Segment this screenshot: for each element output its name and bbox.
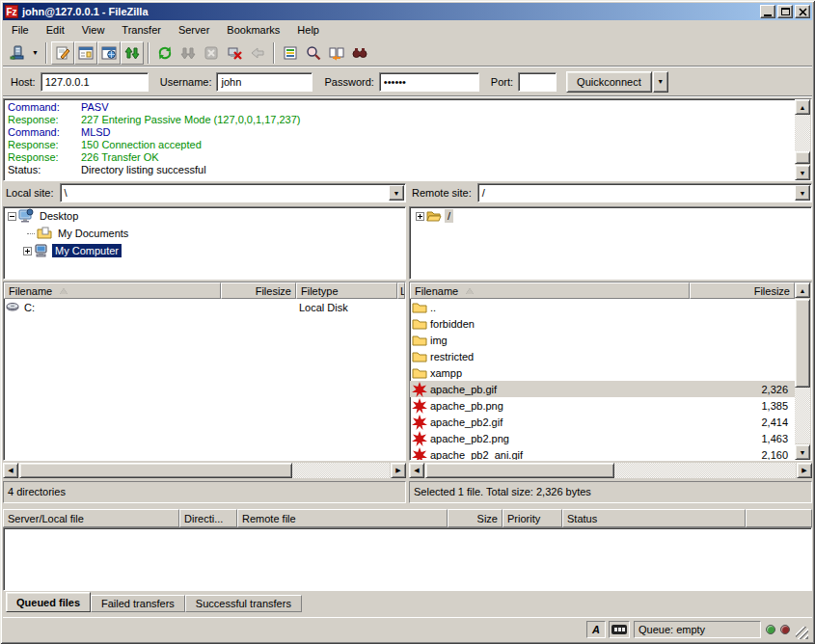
cancel-operation-button[interactable] (200, 41, 223, 65)
speed-limit-indicator-icon[interactable] (609, 621, 630, 638)
local-file-row[interactable]: C: Local Disk (4, 299, 405, 315)
column-header-last-modified[interactable]: L (397, 282, 405, 299)
column-header-filename[interactable]: Filename (4, 282, 221, 299)
remote-file-row[interactable]: apache_pb2.gif 2,414 (410, 414, 795, 430)
remote-file-row[interactable]: apache_pb2_ani.gif 2,160 (410, 446, 795, 460)
menu-transfer[interactable]: Transfer (113, 21, 170, 39)
tree-item-desktop[interactable]: Desktop (4, 207, 405, 225)
column-header-priority[interactable]: Priority (503, 509, 562, 527)
synchronized-browsing-button[interactable] (325, 41, 348, 65)
site-manager-button[interactable] (6, 41, 29, 65)
image-file-icon (412, 447, 427, 461)
scrollbar-track[interactable] (614, 463, 796, 478)
directory-comparison-button[interactable] (302, 41, 325, 65)
password-input[interactable] (379, 72, 479, 92)
column-header-filename[interactable]: Filename (410, 282, 690, 299)
scrollbar-track[interactable] (795, 388, 810, 443)
column-header-filesize[interactable]: Filesize (690, 282, 795, 299)
scroll-down-icon[interactable]: ▼ (795, 165, 810, 180)
remote-vertical-scrollbar[interactable]: ▲ ▼ (795, 282, 811, 460)
local-list-body[interactable]: C: Local Disk (4, 299, 405, 460)
remote-file-row[interactable]: .. (410, 299, 795, 315)
titlebar[interactable]: Fz john@127.0.0.1 - FileZilla (3, 3, 812, 20)
quickconnect-button[interactable]: Quickconnect (566, 71, 652, 93)
remote-file-row[interactable]: xampp (410, 364, 795, 381)
message-log[interactable]: Command:PASV Response:227 Entering Passi… (3, 98, 812, 181)
quickconnect-dropdown-button[interactable]: ▼ (653, 71, 668, 93)
local-directory-tree[interactable]: Desktop My Documents (3, 206, 406, 280)
scroll-left-icon[interactable]: ◀ (3, 463, 18, 478)
remote-file-row-selected[interactable]: apache_pb.gif 2,326 (410, 381, 795, 397)
tree-item-my-documents[interactable]: My Documents (4, 225, 405, 242)
tree-item-root[interactable]: / (410, 207, 811, 225)
scrollbar-thumb[interactable] (425, 463, 614, 478)
site-manager-dropdown-button[interactable]: ▼ (29, 42, 41, 64)
expand-icon[interactable] (416, 212, 424, 221)
resize-grip[interactable] (796, 627, 808, 639)
remote-file-row[interactable]: apache_pb.png 1,385 (410, 397, 795, 414)
minimize-button[interactable] (760, 5, 775, 18)
menu-edit[interactable]: Edit (38, 21, 73, 39)
find-files-button[interactable] (348, 41, 371, 65)
collapse-icon[interactable] (8, 212, 16, 221)
menu-view[interactable]: View (73, 21, 114, 39)
log-vertical-scrollbar[interactable]: ▲ ▼ (795, 99, 811, 180)
username-input[interactable] (216, 72, 312, 92)
scroll-left-icon[interactable]: ◀ (409, 463, 424, 478)
scrollbar-track[interactable] (292, 463, 390, 478)
queue-body[interactable] (3, 527, 812, 591)
port-input[interactable] (518, 72, 557, 92)
toggle-local-treeview-button[interactable] (74, 41, 97, 65)
scrollbar-thumb[interactable] (795, 299, 810, 388)
column-header-size[interactable]: Size (448, 509, 503, 527)
process-queue-button[interactable] (177, 41, 200, 65)
data-type-indicator-icon[interactable]: A (586, 621, 606, 638)
menu-help[interactable]: Help (288, 21, 328, 39)
menu-server[interactable]: Server (170, 21, 218, 39)
column-header-filetype[interactable]: Filetype (296, 282, 397, 299)
scrollbar-track[interactable] (795, 115, 810, 151)
tab-failed-transfers[interactable]: Failed transfers (91, 595, 185, 612)
scroll-down-icon[interactable]: ▼ (795, 444, 810, 460)
host-input[interactable] (41, 72, 149, 92)
toggle-transfer-queue-button[interactable] (121, 41, 144, 65)
toggle-message-log-button[interactable] (51, 41, 74, 65)
filter-button[interactable] (279, 41, 302, 65)
scrollbar-thumb[interactable] (795, 151, 810, 164)
column-header-filesize[interactable]: Filesize (221, 282, 296, 299)
column-header-remote-file[interactable]: Remote file (237, 509, 448, 527)
column-header-direction[interactable]: Directi... (179, 509, 237, 527)
scrollbar-thumb[interactable] (19, 463, 292, 478)
refresh-button[interactable] (153, 41, 177, 65)
tree-item-my-computer[interactable]: My Computer (4, 242, 405, 259)
tab-queued-files[interactable]: Queued files (6, 592, 91, 612)
local-site-combobox[interactable]: \ ▼ (60, 183, 406, 202)
tab-successful-transfers[interactable]: Successful transfers (185, 595, 302, 612)
disconnect-button[interactable] (223, 41, 246, 65)
reconnect-button[interactable] (246, 41, 269, 65)
remote-file-row[interactable]: img (410, 332, 795, 348)
speed-limit-badge (611, 625, 627, 634)
chevron-down-icon[interactable]: ▼ (795, 185, 810, 201)
scroll-right-icon[interactable]: ▶ (797, 463, 812, 478)
scroll-right-icon[interactable]: ▶ (391, 463, 406, 478)
remote-horizontal-scrollbar[interactable]: ◀ ▶ (409, 463, 812, 479)
scroll-up-icon[interactable]: ▲ (795, 282, 810, 298)
local-horizontal-scrollbar[interactable]: ◀ ▶ (3, 463, 406, 479)
column-header-status[interactable]: Status (562, 509, 746, 527)
remote-file-row[interactable]: forbidden (410, 315, 795, 332)
maximize-button[interactable] (777, 5, 793, 18)
remote-directory-tree[interactable]: / (409, 206, 812, 280)
remote-site-combobox[interactable]: / ▼ (477, 183, 812, 202)
scroll-up-icon[interactable]: ▲ (795, 99, 810, 115)
toggle-remote-treeview-button[interactable] (97, 41, 121, 65)
close-button[interactable] (795, 5, 810, 18)
remote-list-body[interactable]: .. forbidden img restricted (410, 299, 795, 460)
remote-file-row[interactable]: apache_pb2.png 1,463 (410, 430, 795, 446)
menu-bookmarks[interactable]: Bookmarks (218, 21, 288, 39)
expand-icon[interactable] (23, 247, 32, 255)
remote-file-row[interactable]: restricted (410, 348, 795, 364)
menu-file[interactable]: File (3, 21, 38, 39)
chevron-down-icon[interactable]: ▼ (389, 185, 404, 201)
column-header-server-local-file[interactable]: Server/Local file (3, 509, 179, 527)
